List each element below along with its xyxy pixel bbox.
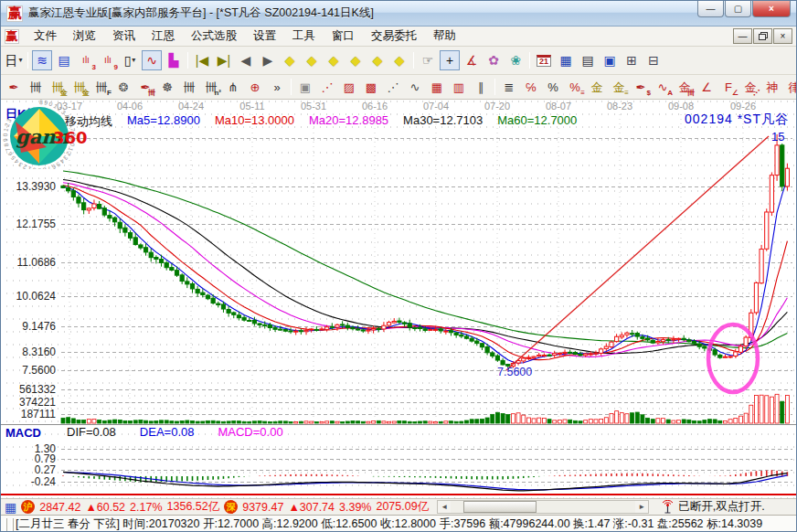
volume-bar <box>631 413 634 423</box>
mdi-restore-button[interactable] <box>753 28 772 44</box>
connection-area[interactable]: 已断开,双点打开. <box>661 499 764 515</box>
diamond-star-button[interactable]: ◆ <box>367 50 388 70</box>
grid-red-button[interactable]: ▦ <box>427 78 447 96</box>
gann-pen-grid-button[interactable]: ✒卌 <box>135 78 155 96</box>
menu-trade[interactable]: 交易委托 <box>364 27 424 46</box>
dropdown-arrow-icon[interactable]: ▾ <box>18 57 22 64</box>
crosshair-button[interactable]: + <box>440 50 460 70</box>
menu-window[interactable]: 窗口 <box>324 27 362 46</box>
menu-tools[interactable]: 工具 <box>285 27 323 46</box>
shen-tool-button[interactable]: 神 <box>762 78 782 96</box>
box-fan-button[interactable]: ▨ <box>339 78 359 96</box>
gann-fan-button[interactable]: ⋰ <box>317 78 337 96</box>
maximize-button[interactable]: ▢ <box>725 1 751 17</box>
dropdown-arrow-icon[interactable]: ▾ <box>132 57 135 64</box>
candle-down <box>82 203 86 210</box>
scrollbar-thumb[interactable] <box>463 501 537 513</box>
menu-settings[interactable]: 设置 <box>246 27 283 46</box>
order-truck-button[interactable]: ⊟ <box>643 50 664 70</box>
square-nine-button[interactable]: 卌n² <box>201 78 221 96</box>
candle-style-button[interactable]: ▯▾ <box>120 50 140 70</box>
candle-down <box>573 353 577 355</box>
gann-wave-button[interactable]: ∿ <box>142 50 162 70</box>
scroll-left-icon[interactable]: ◄ <box>438 503 451 511</box>
gann-grid-button[interactable]: 卌 <box>26 78 46 96</box>
prev-bar-button[interactable]: ◀ <box>236 50 256 70</box>
box-grid-button[interactable]: ▩ <box>361 78 381 96</box>
price-pen-button[interactable]: ✒$ <box>631 78 651 96</box>
grid-red2-button[interactable]: ▥ <box>449 78 469 96</box>
bars-9-button[interactable]: ılı9 <box>98 50 118 70</box>
percent-button[interactable]: % <box>543 78 563 96</box>
calculator-button[interactable]: ▦ <box>556 50 576 70</box>
mdi-minimize-button[interactable]: — <box>733 28 752 44</box>
bars-3-button[interactable]: ılı3 <box>76 50 96 70</box>
f-angle-button[interactable]: F∠ <box>718 78 739 96</box>
diamond-vertical-button[interactable]: ◆ <box>389 50 409 70</box>
diamond-shrink-button[interactable]: ◆ <box>345 50 366 70</box>
more-tools-button[interactable]: » <box>267 78 287 96</box>
info-card-button[interactable]: ▤ <box>54 50 74 70</box>
last-page-button[interactable]: ▶| <box>214 50 234 70</box>
menu-help[interactable]: 帮助 <box>426 27 463 46</box>
volume-bar <box>662 419 665 423</box>
next-bar-button[interactable]: ▶ <box>258 50 278 70</box>
gann-pen-button[interactable]: ✒ <box>4 78 24 96</box>
golden-grid-button[interactable]: 金卌 <box>675 78 695 96</box>
kline-period-button[interactable]: 日▾ <box>4 50 24 70</box>
market-table-icon[interactable]: ▦ <box>5 501 16 514</box>
close-button[interactable]: × <box>752 1 791 17</box>
angle-measure-button[interactable]: ∡ <box>462 50 482 70</box>
chart-area[interactable]: 日K线 MACD 03-1704-0604-2405-1105-3106-160… <box>1 100 796 498</box>
menu-news[interactable]: 资讯 <box>105 27 143 46</box>
scroll-right-icon[interactable]: ► <box>635 503 648 511</box>
save-button[interactable]: ▣ <box>600 50 620 70</box>
speed-line-button[interactable]: ⋰ <box>383 78 403 96</box>
lv-tool-button[interactable]: 律 <box>784 78 796 96</box>
measure-button[interactable]: ≣ <box>499 78 519 96</box>
first-page-button[interactable]: |◀ <box>192 50 212 70</box>
fan-lines-button[interactable]: ⋔ <box>223 78 243 96</box>
gann-wheel-button[interactable]: ☸ <box>157 78 177 96</box>
compass-button[interactable]: ⊕ <box>245 78 265 96</box>
grid-dense-button[interactable]: 卌 <box>179 78 199 96</box>
calendar-button[interactable]: 21 <box>534 50 554 70</box>
scrollbar-track[interactable] <box>451 501 635 513</box>
candle-down <box>170 268 174 271</box>
shenzhen-badge-icon[interactable]: 深 <box>224 500 238 514</box>
mesh-tool-button[interactable]: ❀ <box>505 50 526 70</box>
gann-grid-gold2-button[interactable]: 卌金 <box>69 78 90 96</box>
zigzag-overlay-button[interactable]: ≋ <box>32 50 52 70</box>
percent-line-button[interactable]: %≡ <box>565 78 585 96</box>
export-button[interactable]: ⊞ <box>622 50 642 70</box>
wave-gauge-button[interactable]: ∿A <box>653 78 673 96</box>
angle-line-button[interactable]: ∠ <box>696 78 717 96</box>
gann-grid-f-button[interactable]: 卌F <box>91 78 112 96</box>
mdi-close-button[interactable]: × <box>773 28 792 44</box>
shanghai-badge-icon[interactable]: 沪 <box>21 500 35 514</box>
diamond-left-button[interactable]: ◆ <box>280 50 300 70</box>
wave-line-button[interactable]: ∿ <box>405 78 425 96</box>
pan-hand-button[interactable]: ☞ <box>418 50 438 70</box>
menu-gann[interactable]: 江恩 <box>144 27 182 46</box>
gann-spiral-button[interactable]: ❂ <box>113 78 133 96</box>
ellipse-annotation[interactable] <box>708 325 758 392</box>
box-tool-button[interactable]: ▣ <box>295 78 315 96</box>
percent-zone-button[interactable]: ℅ <box>521 78 541 96</box>
golden-ray-button[interactable]: 金⋰ <box>740 78 760 96</box>
chart-h-scrollbar[interactable]: ◄ ► <box>437 500 649 514</box>
parallel-line-button[interactable]: ∥ <box>471 78 491 96</box>
notes-button[interactable]: ▤ <box>578 50 598 70</box>
flower-tool-button[interactable]: ✿ <box>484 50 504 70</box>
diamond-expand-button[interactable]: ◆ <box>324 50 344 70</box>
menu-browse[interactable]: 浏览 <box>66 27 103 46</box>
profile-chart-button[interactable]: ▙ <box>164 50 184 70</box>
gann-grid-gold-button[interactable]: 卌金 <box>48 78 68 96</box>
golden-line-button[interactable]: 金≡ <box>609 78 629 96</box>
diamond-right-button[interactable]: ◆ <box>302 50 322 70</box>
volume-bar <box>506 414 510 423</box>
menu-formula-picker[interactable]: 公式选股 <box>184 27 244 46</box>
golden-section-button[interactable]: 金 <box>587 78 607 96</box>
minimize-button[interactable]: — <box>697 1 724 17</box>
menu-file[interactable]: 文件 <box>27 27 64 46</box>
